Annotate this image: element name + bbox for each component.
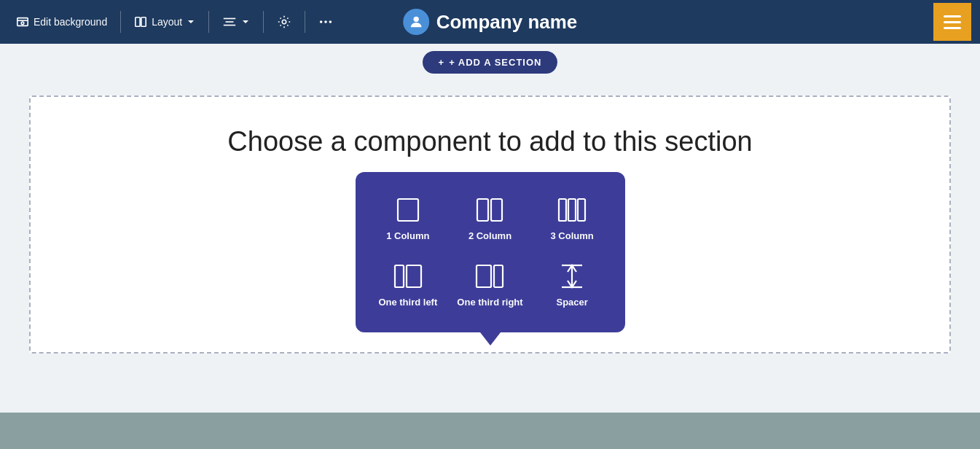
svg-rect-3 (141, 17, 146, 27)
edit-background-icon (16, 15, 29, 28)
svg-point-7 (283, 20, 286, 23)
toolbar-divider-3 (263, 11, 264, 33)
align-button[interactable] (215, 11, 257, 33)
toolbar-divider-1 (120, 11, 121, 33)
logo-symbol (408, 14, 424, 30)
hamburger-line-1 (944, 15, 961, 17)
add-section-top-bar: + + ADD A SECTION (0, 44, 980, 81)
one-third-right-label: One third right (457, 297, 522, 309)
spacer-icon (557, 262, 587, 291)
toolbar-right (933, 3, 971, 41)
footer-strip (0, 413, 980, 449)
layout-label: Layout (152, 16, 182, 28)
two-column-label: 2 Column (469, 230, 511, 243)
svg-point-8 (320, 20, 323, 23)
layout-grid: 1 Column 2 Column (370, 190, 611, 315)
one-column-icon (393, 195, 423, 224)
add-section-top-label: + ADD A SECTION (449, 57, 541, 68)
edit-background-label: Edit background (34, 16, 107, 28)
section-title: Choose a component to add to this sectio… (45, 126, 935, 157)
svg-rect-28 (494, 265, 503, 287)
layout-item-1-column[interactable]: 1 Column (370, 190, 447, 249)
layout-item-3-column[interactable]: 3 Column (534, 190, 611, 249)
svg-point-11 (413, 17, 418, 22)
settings-button[interactable] (270, 10, 299, 34)
svg-point-10 (329, 20, 332, 23)
align-chevron-icon (241, 17, 250, 26)
layout-item-one-third-right[interactable]: One third right (452, 256, 528, 315)
svg-rect-19 (398, 199, 418, 221)
svg-point-9 (324, 20, 327, 23)
svg-rect-20 (477, 199, 488, 221)
svg-rect-21 (491, 199, 502, 221)
one-third-right-icon (475, 262, 504, 291)
toolbar-divider-2 (208, 11, 209, 33)
hamburger-line-3 (944, 27, 961, 29)
svg-rect-23 (568, 199, 576, 221)
section-container: Choose a component to add to this sectio… (29, 95, 951, 354)
more-options-button[interactable] (311, 10, 340, 34)
spacer-label: Spacer (556, 297, 587, 309)
toolbar: Edit background Layout (0, 0, 980, 44)
layout-icon (134, 15, 147, 28)
layout-chevron-icon (187, 17, 195, 26)
svg-rect-2 (136, 17, 140, 27)
layout-item-one-third-left[interactable]: One third left (370, 256, 447, 315)
main-content: Choose a component to add to this sectio… (0, 81, 980, 416)
one-column-label: 1 Column (386, 230, 429, 243)
three-column-icon (557, 195, 587, 224)
add-section-top-button[interactable]: + + ADD A SECTION (423, 51, 558, 74)
layout-item-spacer[interactable]: Spacer (534, 256, 611, 315)
svg-rect-22 (559, 199, 566, 221)
hamburger-line-2 (944, 21, 961, 23)
toolbar-left: Edit background Layout (9, 10, 340, 34)
svg-rect-25 (395, 265, 404, 287)
toolbar-divider-4 (305, 11, 305, 33)
layout-popup: 1 Column 2 Column (356, 172, 625, 332)
svg-rect-24 (578, 199, 585, 221)
layout-button[interactable]: Layout (127, 11, 203, 33)
svg-rect-27 (477, 265, 491, 287)
add-section-plus-icon: + (439, 57, 445, 68)
align-icon (222, 15, 237, 28)
toolbar-logo: Company name (403, 9, 578, 35)
three-column-label: 3 Column (551, 230, 594, 243)
edit-background-button[interactable]: Edit background (9, 11, 114, 33)
two-column-icon (475, 195, 504, 224)
components-row: T Text Button (45, 187, 935, 255)
settings-icon (277, 15, 291, 29)
logo-icon (403, 9, 429, 35)
hamburger-button[interactable] (933, 3, 971, 41)
layout-item-2-column[interactable]: 2 Column (452, 190, 528, 249)
more-options-icon (318, 15, 333, 29)
svg-rect-26 (407, 265, 421, 287)
one-third-left-icon (393, 262, 423, 291)
one-third-left-label: One third left (378, 297, 437, 309)
company-name: Company name (436, 11, 578, 34)
svg-point-1 (21, 22, 24, 25)
